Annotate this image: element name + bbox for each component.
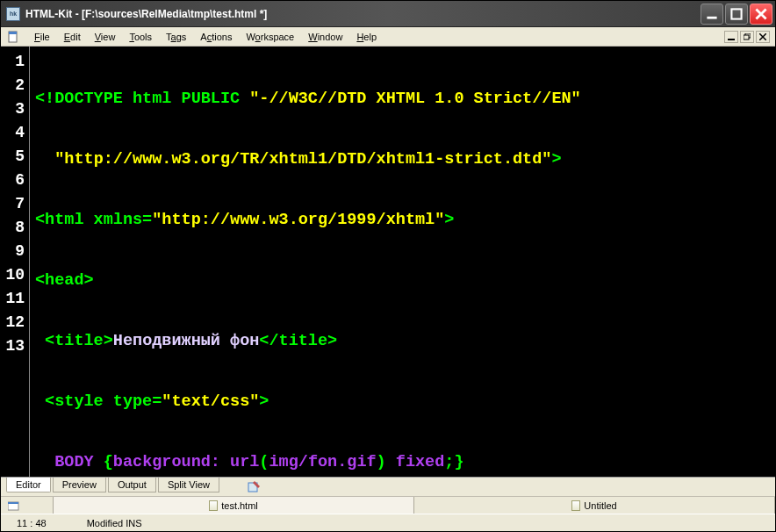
tab-split-view[interactable]: Split View [158,478,219,492]
minimize-button[interactable] [701,4,723,25]
svg-rect-6 [744,35,749,40]
tab-preview[interactable]: Preview [53,478,106,492]
menu-tools[interactable]: Tools [122,30,159,44]
tab-action-icon[interactable] [248,481,260,493]
menu-actions[interactable]: Actions [193,30,239,44]
file-icon [209,500,218,511]
line-number: 9 [1,240,29,263]
mdi-restore-button[interactable] [740,31,754,43]
line-number: 8 [1,216,29,240]
mdi-close-icon [759,33,766,40]
document-tabs: test.html Untitled [1,496,775,514]
doc-tab-untitled[interactable]: Untitled [414,497,775,514]
code-editor[interactable]: <!DOCTYPE html PUBLIC "-//W3C//DTD XHTML… [30,47,775,477]
mdi-minimize-icon [728,33,735,40]
close-button[interactable] [750,4,772,25]
svg-rect-4 [728,39,735,40]
menu-edit[interactable]: Edit [57,30,88,44]
line-number: 11 [1,287,29,311]
line-number: 13 [1,334,29,358]
svg-rect-9 [8,502,18,504]
mdi-minimize-button[interactable] [724,31,738,43]
tab-editor[interactable]: Editor [6,478,51,492]
doc-tab-test[interactable]: test.html [54,497,414,514]
svg-rect-1 [731,9,741,18]
line-number: 1 [1,50,29,74]
svg-rect-3 [9,32,17,34]
line-number: 12 [1,311,29,334]
maximize-icon [730,8,743,20]
app-icon: hk [6,7,20,21]
minimize-icon [706,8,718,20]
menu-file[interactable]: File [27,30,57,44]
close-icon [755,8,767,20]
line-number: 5 [1,145,29,169]
statusbar: 11 : 48 Modified INS [1,514,775,531]
titlebar[interactable]: hk HTML-Kit - [F:\sources\RelMedia\tmp\t… [1,1,775,27]
menu-help[interactable]: Help [349,30,384,44]
file-icon [571,500,580,511]
line-number: 6 [1,169,29,192]
menu-view[interactable]: View [88,30,123,44]
svg-rect-0 [707,16,716,18]
menu-workspace[interactable]: Workspace [239,30,301,44]
window-buttons [701,4,772,25]
doc-tab-label: test.html [221,500,258,511]
menu-tags[interactable]: Tags [159,30,193,44]
line-number: 3 [1,97,29,121]
menubar: File Edit View Tools Tags Actions Worksp… [1,27,775,47]
application-window: hk HTML-Kit - [F:\sources\RelMedia\tmp\t… [0,0,776,532]
document-icon-svg [7,31,19,43]
editor-area: 1 2 3 4 5 6 7 8 9 10 11 12 13 <!DOCTYPE … [1,47,775,477]
mdi-close-button[interactable] [756,31,770,43]
status-cursor-pos: 11 : 48 [10,518,54,528]
menu-window[interactable]: Window [301,30,349,44]
window-title: HTML-Kit - [F:\sources\RelMedia\tmp\test… [25,8,701,20]
doc-tab-label: Untitled [584,500,616,511]
line-number: 10 [1,263,29,287]
tab-output[interactable]: Output [108,478,156,492]
doc-tabs-icon[interactable] [1,497,54,514]
view-tabs: Editor Preview Output Split View [1,477,775,496]
status-mode: Modified INS [80,518,149,528]
line-gutter: 1 2 3 4 5 6 7 8 9 10 11 12 13 [1,47,30,477]
line-number: 7 [1,192,29,216]
line-number: 4 [1,121,29,145]
mdi-restore-icon [744,33,751,40]
line-number: 2 [1,74,29,97]
maximize-button[interactable] [725,4,748,25]
document-icon[interactable] [6,31,20,43]
